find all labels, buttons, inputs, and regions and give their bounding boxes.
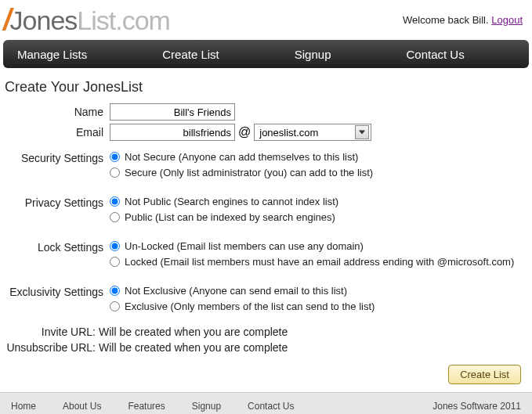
svg-marker-0 bbox=[359, 131, 365, 135]
lock-locked-radio[interactable] bbox=[110, 257, 120, 267]
welcome-name: Bill bbox=[472, 14, 486, 26]
privacy-label: Privacy Settings bbox=[0, 192, 110, 227]
name-label: Name bbox=[0, 106, 110, 118]
footer-about[interactable]: About Us bbox=[63, 401, 101, 412]
email-at: @ bbox=[238, 125, 251, 139]
logo-text-jones: Jones bbox=[10, 5, 78, 36]
logout-link[interactable]: Logout bbox=[491, 14, 523, 26]
unsubscribe-url-value: Will be created when you are complete bbox=[99, 341, 288, 354]
security-notsecure-text: Not Secure (Anyone can add themselves to… bbox=[125, 151, 358, 163]
footer-features[interactable]: Features bbox=[128, 401, 165, 412]
security-label: Security Settings bbox=[0, 147, 110, 182]
lock-unlocked-option[interactable]: Un-Locked (Email list members can use an… bbox=[110, 240, 532, 252]
logo[interactable]: / Jones List.com bbox=[3, 3, 170, 37]
security-secure-text: Secure (Only list administrator (you) ca… bbox=[125, 167, 373, 178]
lock-unlocked-radio[interactable] bbox=[110, 241, 120, 251]
page-title: Create Your JonesList bbox=[5, 79, 532, 95]
footer-home[interactable]: Home bbox=[11, 401, 36, 412]
footer-contact[interactable]: Contact Us bbox=[248, 401, 294, 412]
invite-url-label: Invite URL: bbox=[0, 326, 96, 338]
exclusivity-notexclusive-radio[interactable] bbox=[110, 286, 120, 296]
privacy-notpublic-text: Not Public (Search engines to cannot ind… bbox=[125, 196, 338, 207]
security-secure-radio[interactable] bbox=[110, 167, 120, 178]
name-input[interactable] bbox=[110, 103, 235, 121]
privacy-notpublic-option[interactable]: Not Public (Search engines to cannot ind… bbox=[110, 196, 532, 207]
lock-locked-text: Locked (Email list members must have an … bbox=[125, 256, 514, 268]
footer-copyright: Jones Software 2011 bbox=[432, 401, 521, 412]
email-domain-select[interactable]: joneslist.com bbox=[254, 124, 371, 141]
exclusivity-notexclusive-text: Not Exclusive (Anyone can send email to … bbox=[125, 285, 347, 297]
chevron-down-icon bbox=[355, 125, 369, 139]
unsubscribe-url-label: Unsubscribe URL: bbox=[0, 341, 96, 354]
security-notsecure-option[interactable]: Not Secure (Anyone can add themselves to… bbox=[110, 151, 532, 163]
privacy-public-text: Public (List can be indexed by search en… bbox=[125, 211, 335, 223]
navbar: Manage Lists Create List Signup Contact … bbox=[3, 40, 529, 68]
exclusivity-exclusive-text: Exclusive (Only members of the list can … bbox=[125, 301, 375, 312]
logo-text-list: List.com bbox=[77, 5, 170, 36]
create-list-button[interactable]: Create List bbox=[448, 365, 521, 384]
invite-url-value: Will be created when you are complete bbox=[99, 326, 288, 338]
welcome-text: Welcome back Bill. Logout bbox=[403, 14, 523, 26]
lock-unlocked-text: Un-Locked (Email list members can use an… bbox=[125, 240, 364, 252]
email-local-input[interactable] bbox=[110, 124, 235, 141]
nav-signup[interactable]: Signup bbox=[273, 40, 353, 68]
lock-label: Lock Settings bbox=[0, 236, 110, 272]
exclusivity-label: Exclusivity Settings bbox=[0, 281, 110, 316]
footer-signup[interactable]: Signup bbox=[192, 401, 221, 412]
exclusivity-notexclusive-option[interactable]: Not Exclusive (Anyone can send email to … bbox=[110, 285, 532, 297]
security-secure-option[interactable]: Secure (Only list administrator (you) ca… bbox=[110, 167, 532, 178]
exclusivity-exclusive-option[interactable]: Exclusive (Only members of the list can … bbox=[110, 301, 532, 312]
email-label: Email bbox=[0, 126, 110, 139]
nav-create-list[interactable]: Create List bbox=[140, 40, 241, 68]
privacy-public-radio[interactable] bbox=[110, 212, 120, 222]
privacy-notpublic-radio[interactable] bbox=[110, 196, 120, 207]
exclusivity-exclusive-radio[interactable] bbox=[110, 301, 120, 311]
privacy-public-option[interactable]: Public (List can be indexed by search en… bbox=[110, 211, 532, 223]
nav-contact-us[interactable]: Contact Us bbox=[384, 40, 486, 68]
welcome-prefix: Welcome back bbox=[403, 14, 472, 26]
security-notsecure-radio[interactable] bbox=[110, 152, 120, 162]
email-domain-value: joneslist.com bbox=[259, 127, 318, 139]
nav-manage-lists[interactable]: Manage Lists bbox=[3, 40, 109, 68]
lock-locked-option[interactable]: Locked (Email list members must have an … bbox=[110, 256, 532, 268]
footer: Home About Us Features Signup Contact Us… bbox=[0, 392, 532, 414]
